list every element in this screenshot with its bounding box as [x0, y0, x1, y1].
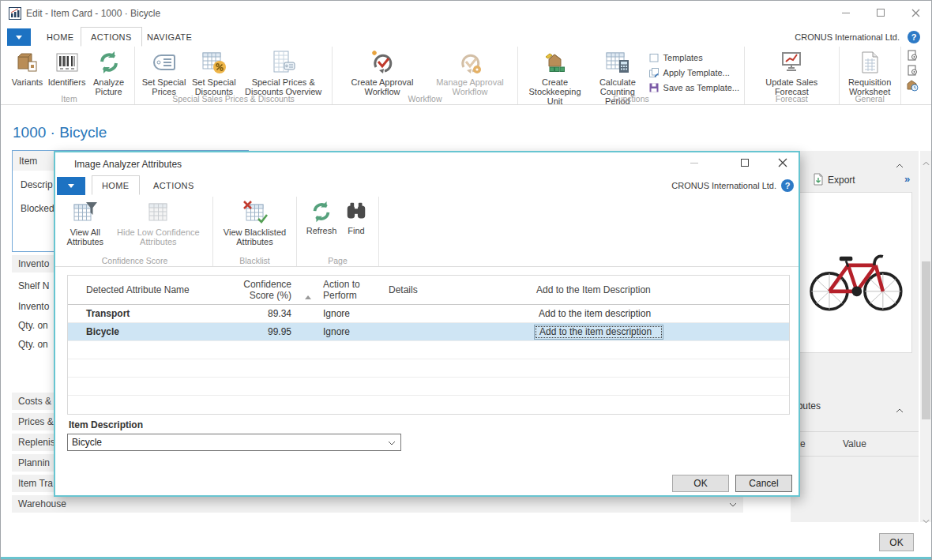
dialog-group-confidence-score: View All Attributes Hide Low Confidence …	[57, 197, 213, 266]
page-detail-icon[interactable]	[906, 49, 919, 62]
approval-workflow-disabled-icon	[457, 50, 483, 75]
dialog-group-blacklist: View Blacklisted Attributes Blacklist	[213, 197, 297, 266]
dialog-app-menu-button[interactable]	[57, 177, 85, 195]
dialog-company-name: CRONUS International Ltd.	[671, 181, 776, 190]
maximize-icon[interactable]	[866, 1, 895, 24]
variants-button[interactable]: Variants	[9, 48, 46, 88]
help-icon[interactable]	[908, 31, 920, 43]
dialog-minimize-icon[interactable]	[681, 152, 708, 173]
ribbon-group-item: Variants Identifiers Analyze Picture Ite…	[4, 47, 135, 104]
col-details[interactable]: Details	[384, 284, 532, 295]
grid-percent-icon	[201, 50, 227, 75]
dialog-ribbon: View All Attributes Hide Low Confidence …	[55, 197, 799, 267]
dialog-tab-actions[interactable]: ACTIONS	[144, 175, 204, 195]
chevron-down-icon[interactable]	[729, 498, 737, 509]
ribbon-group-general: Requisition Worksheet General	[840, 47, 901, 104]
template-actions-stack: Templates Apply Template... Save as Temp…	[648, 48, 739, 93]
dialog-maximize-icon[interactable]	[731, 152, 758, 173]
ok-button[interactable]: OK	[879, 533, 914, 551]
variants-icon	[15, 50, 40, 75]
sort-ascending-icon[interactable]	[305, 284, 311, 299]
templates-button[interactable]: Templates	[648, 52, 739, 63]
analyze-picture-button[interactable]: Analyze Picture	[88, 48, 130, 98]
fasttab-warehouse[interactable]: Warehouse	[12, 495, 743, 513]
field-label-inventory: Invento	[18, 301, 49, 312]
app-menu-button[interactable]	[7, 28, 31, 46]
grid-filter-icon	[73, 200, 98, 225]
tab-actions[interactable]: ACTIONS	[81, 27, 142, 47]
create-approval-workflow-button[interactable]: Create Approval Workflow	[337, 48, 427, 98]
ribbon-group-forecast: Update Sales Forecast Forecast	[745, 47, 840, 104]
dialog-cancel-button[interactable]: Cancel	[735, 475, 792, 492]
bicycle-image	[803, 229, 908, 316]
main-window: Edit - Item Card - 1000 · Bicycle HOME A…	[0, 0, 932, 560]
ribbon-group-workflow: Create Approval Workflow Manage Approval…	[333, 47, 518, 104]
field-label-description: Descrip	[21, 179, 53, 190]
refresh-button[interactable]: Refresh	[302, 198, 341, 237]
scroll-up-icon[interactable]	[923, 155, 930, 169]
identifiers-button[interactable]: Identifiers	[46, 48, 88, 88]
col-detected-attribute-name[interactable]: Detected Attribute Name	[68, 284, 242, 295]
dialog-tab-home[interactable]: HOME	[92, 175, 140, 195]
scrollbar-thumb[interactable]	[922, 261, 930, 419]
empty-row	[68, 378, 789, 396]
col-add-to-item-description[interactable]: Add to the Item Description	[532, 284, 789, 295]
empty-row	[68, 396, 789, 414]
field-label-qty-on-1: Qty. on	[18, 320, 48, 331]
company-name: CRONUS International Ltd.	[795, 32, 900, 42]
refresh-icon	[96, 50, 122, 75]
forecast-chart-icon	[779, 50, 804, 75]
add-to-description-link[interactable]: Add to the item description	[539, 308, 651, 319]
requisition-worksheet-button[interactable]: Requisition Worksheet	[844, 48, 896, 98]
close-icon[interactable]	[901, 1, 930, 24]
image-analyzer-dialog: Image Analyzer Attributes HOME ACTIONS C…	[54, 151, 800, 497]
more-actions-chevron[interactable]: »	[904, 173, 910, 185]
right-factbox-panel: t Export » ributes	[791, 151, 919, 522]
tab-home[interactable]: HOME	[37, 27, 84, 47]
export-button[interactable]: Export	[828, 175, 855, 186]
table-row-transport[interactable]: Transport 89.34 Ignore Add to the item d…	[68, 305, 789, 323]
special-prices-overview-button[interactable]: Special Prices & Discounts Overview	[239, 48, 327, 98]
empty-row	[68, 359, 789, 378]
add-to-description-button[interactable]: Add to the item description	[534, 325, 663, 340]
ribbon-group-special-prices: Set Special Prices Set Special Discounts…	[135, 47, 333, 104]
set-special-prices-button[interactable]: Set Special Prices	[140, 48, 188, 98]
templates-icon	[648, 52, 660, 63]
collapse-picture-pane-icon[interactable]	[896, 157, 904, 171]
table-header-row: Detected Attribute Name Confidence Score…	[68, 276, 789, 305]
ribbon-group-functions: Create Stockkeeping Unit Calculate Count…	[518, 47, 745, 104]
window-title: Edit - Item Card - 1000 · Bicycle	[26, 8, 160, 19]
binoculars-icon	[344, 200, 368, 224]
ribbon-overflow-icons	[901, 47, 931, 104]
set-special-discounts-button[interactable]: Set Special Discounts	[188, 48, 239, 98]
main-ribbon: Variants Identifiers Analyze Picture Ite…	[1, 47, 931, 105]
minimize-icon[interactable]	[832, 1, 860, 24]
dialog-group-page: Refresh Find Page	[297, 197, 379, 266]
col-confidence-score[interactable]: Confidence Score (%)	[242, 279, 297, 301]
box-clock-icon[interactable]	[906, 79, 919, 92]
col-action-to-perform[interactable]: Action to Perform	[321, 279, 384, 301]
update-sales-forecast-button[interactable]: Update Sales Forecast	[756, 48, 827, 98]
dialog-ok-button[interactable]: OK	[672, 475, 729, 492]
stockkeeping-unit-icon	[543, 50, 568, 75]
item-description-combobox[interactable]: Bicycle	[67, 434, 401, 451]
find-button[interactable]: Find	[341, 198, 371, 237]
grid-tag-icon	[271, 50, 296, 75]
apply-template-button[interactable]: Apply Template...	[648, 67, 739, 78]
dialog-help-icon[interactable]	[781, 179, 794, 192]
apply-template-icon	[648, 67, 660, 78]
field-label-shelf-no: Shelf N	[18, 280, 49, 291]
collapse-attributes-pane-icon[interactable]	[896, 402, 904, 416]
view-blacklisted-attributes-button[interactable]: View Blacklisted Attributes	[218, 198, 291, 248]
tab-navigate[interactable]: NAVIGATE	[137, 27, 201, 47]
scroll-down-icon[interactable]	[923, 513, 930, 527]
save-as-template-button[interactable]: Save as Template...	[648, 82, 739, 93]
dialog-close-icon[interactable]	[769, 152, 796, 173]
view-all-attributes-button[interactable]: View All Attributes	[62, 198, 109, 248]
table-row-bicycle[interactable]: Bicycle 99.95 Ignore Add to the item des…	[68, 323, 789, 341]
item-description-label: Item Description	[69, 419, 143, 430]
page-detail2-icon[interactable]	[906, 64, 919, 77]
page-scrollbar[interactable]	[920, 151, 932, 522]
price-tag-icon	[152, 50, 177, 75]
dialog-title: Image Analyzer Attributes	[74, 159, 182, 170]
